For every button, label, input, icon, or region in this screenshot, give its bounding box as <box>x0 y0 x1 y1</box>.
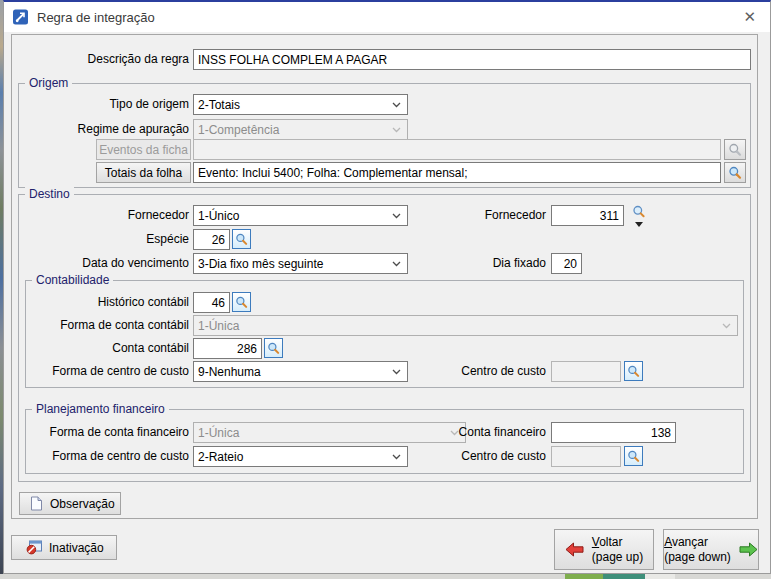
fornecedor-codigo-label: Fornecedor <box>366 205 546 226</box>
centro-custo-financeiro-magnifier-icon[interactable] <box>624 446 643 466</box>
especie-magnifier-icon[interactable] <box>232 229 251 249</box>
fornecedor-value: 1-Único <box>198 209 239 223</box>
centro-custo-financeiro-label: Centro de custo <box>366 446 546 467</box>
historico-contabil-label: Histórico contábil <box>24 292 189 313</box>
forma-centro-custo-financeiro-value: 2-Rateio <box>198 450 243 464</box>
centro-custo-financeiro-input <box>551 446 621 467</box>
avancar-button-hint: (page down) <box>664 550 731 565</box>
green-right-arrow-icon <box>739 542 758 557</box>
fornecedor-magnifier-icon[interactable] <box>632 205 646 219</box>
conta-financeiro-input[interactable]: 138 <box>551 422 676 443</box>
window-prohibition-icon <box>26 540 42 555</box>
dia-fixado-input[interactable]: 20 <box>551 253 582 274</box>
desktop-color-patch <box>603 574 645 579</box>
eventos-ficha-field <box>193 139 721 160</box>
forma-conta-contabil-value: 1-Única <box>198 319 239 333</box>
chevron-down-icon <box>392 127 401 133</box>
voltar-button[interactable]: Voltar (page up) <box>554 529 654 570</box>
fornecedor-label: Fornecedor <box>24 205 189 226</box>
conta-financeiro-label: Conta financeiro <box>366 422 546 443</box>
window-title: Regra de integração <box>37 10 155 25</box>
descricao-label: Descrição da regra <box>24 49 189 70</box>
inativacao-button[interactable]: Inativação <box>11 535 117 560</box>
forma-conta-financeiro-label: Forma de conta financeiro <box>24 422 189 443</box>
integration-app-icon <box>12 9 30 25</box>
tipo-origem-combobox[interactable]: 2-Totais <box>193 94 408 115</box>
destino-legend: Destino <box>25 187 74 201</box>
close-icon[interactable]: ✕ <box>743 8 756 26</box>
dia-fixado-label: Dia fixado <box>366 253 546 274</box>
centro-custo-contabil-label: Centro de custo <box>366 361 546 382</box>
forma-conta-contabil-label: Forma de conta contábil <box>24 315 189 336</box>
data-vencimento-value: 3-Dia fixo mês seguinte <box>198 257 323 271</box>
contabilidade-legend: Contabilidade <box>32 273 113 287</box>
historico-contabil-magnifier-icon[interactable] <box>232 292 251 312</box>
fornecedor-dropdown-arrow-icon[interactable] <box>635 222 643 227</box>
screen: Regra de integração ✕ Descrição da regra… <box>0 0 771 579</box>
regime-apuracao-combobox: 1-Competência <box>193 119 408 140</box>
origem-legend: Origem <box>25 76 72 90</box>
forma-centro-custo-contabil-value: 9-Nenhuma <box>198 365 261 379</box>
data-vencimento-label: Data do vencimento <box>24 253 189 274</box>
forma-centro-custo-financeiro-label: Forma de centro de custo <box>24 446 189 467</box>
especie-input[interactable]: 26 <box>193 229 230 250</box>
observacao-button[interactable]: Observação <box>19 492 121 515</box>
voltar-button-label: Voltar <box>592 535 623 550</box>
centro-custo-contabil-input <box>551 361 621 382</box>
centro-custo-contabil-magnifier-icon[interactable] <box>624 361 643 381</box>
document-icon <box>30 496 43 511</box>
inativacao-button-label: Inativação <box>49 541 104 555</box>
eventos-ficha-magnifier-icon <box>724 139 746 160</box>
observacao-button-label: Observação <box>50 497 115 511</box>
tipo-origem-value: 2-Totais <box>198 98 240 112</box>
desktop-color-patch <box>565 574 603 579</box>
voltar-button-hint: (page up) <box>592 550 643 565</box>
conta-contabil-input[interactable]: 286 <box>193 338 262 359</box>
forma-conta-financeiro-value: 1-Única <box>198 426 239 440</box>
totais-folha-field[interactable]: Evento: Inclui 5400; Folha: Complementar… <box>193 162 721 183</box>
descricao-input[interactable]: INSS FOLHA COMPLEM A PAGAR <box>193 49 751 70</box>
conta-contabil-magnifier-icon[interactable] <box>264 338 283 358</box>
conta-contabil-label: Conta contábil <box>24 338 189 359</box>
avancar-button-label: Avançar <box>664 535 708 550</box>
forma-conta-contabil-combobox: 1-Única <box>193 315 738 336</box>
chevron-down-icon <box>722 323 731 329</box>
avancar-button[interactable]: Avançar (page down) <box>663 529 759 570</box>
especie-label: Espécie <box>24 229 189 250</box>
totais-folha-button[interactable]: Totais da folha <box>96 162 191 183</box>
totais-folha-magnifier-icon[interactable] <box>724 162 746 183</box>
regime-apuracao-value: 1-Competência <box>198 123 279 137</box>
forma-centro-custo-contabil-label: Forma de centro de custo <box>24 361 189 382</box>
desktop-background-sliver <box>0 574 771 579</box>
red-left-arrow-icon <box>565 542 584 557</box>
desktop-color-patch <box>645 574 675 579</box>
planejamento-legend: Planejamento financeiro <box>32 402 169 416</box>
titlebar[interactable]: Regra de integração ✕ <box>4 2 770 32</box>
fornecedor-codigo-input[interactable]: 311 <box>551 205 624 226</box>
chevron-down-icon <box>392 102 401 108</box>
historico-contabil-input[interactable]: 46 <box>193 292 230 313</box>
eventos-ficha-button: Eventos da ficha <box>96 139 191 160</box>
regime-apuracao-label: Regime de apuração <box>24 119 189 140</box>
regra-integracao-dialog: Regra de integração ✕ Descrição da regra… <box>3 0 771 574</box>
tipo-origem-label: Tipo de origem <box>24 94 189 115</box>
